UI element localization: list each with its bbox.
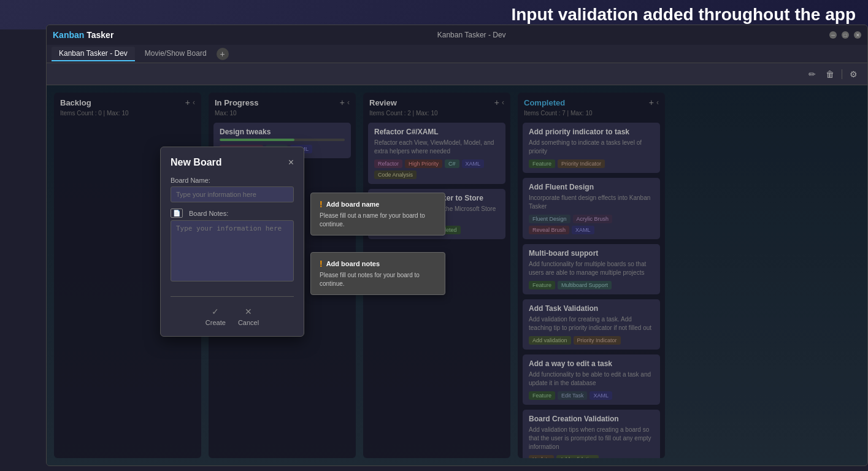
tooltip-board-notes: ! Add board notes Please fill out notes …	[310, 252, 445, 295]
tab-movie-show-board[interactable]: Movie/Show Board	[137, 47, 214, 61]
edit-button[interactable]: ✏	[806, 67, 818, 82]
tab-kanban-tasker-dev[interactable]: Kanban Tasker - Dev	[52, 47, 135, 61]
modal-title: New Board	[171, 157, 222, 168]
cancel-icon: ✕	[245, 307, 252, 316]
delete-button[interactable]: 🗑	[823, 67, 837, 82]
title-bar-left: Kanban Tasker	[53, 30, 113, 40]
tooltip-notes-icon: !	[320, 259, 323, 269]
new-board-modal: New Board × Board Name: 📄 Board Notes: ✓…	[160, 147, 304, 337]
notes-icon: 📄	[171, 209, 183, 218]
modal-footer: ✓ Create ✕ Cancel	[171, 303, 294, 326]
modal-close-button[interactable]: ×	[288, 157, 294, 168]
tooltip-name-text: Please fill out a name for your board to…	[320, 212, 436, 229]
tooltip-name-title: ! Add board name	[320, 199, 436, 209]
modal-header: New Board ×	[171, 157, 294, 168]
toolbar-divider	[842, 69, 842, 79]
tab-bar: Kanban Tasker - Dev Movie/Show Board +	[47, 45, 867, 63]
create-button[interactable]: ✓ Create	[205, 307, 226, 326]
window-title: Kanban Tasker - Dev	[437, 31, 506, 39]
tooltip-notes-title: ! Add board notes	[320, 259, 436, 269]
close-button[interactable]: ✕	[854, 31, 861, 39]
app-logo: Kanban Tasker	[53, 30, 113, 40]
app-window: Kanban Tasker Kanban Tasker - Dev ─ □ ✕ …	[46, 25, 868, 466]
toolbar: ✏ 🗑 ⚙	[47, 63, 867, 85]
title-bar: Kanban Tasker Kanban Tasker - Dev ─ □ ✕	[47, 25, 867, 45]
board-notes-textarea[interactable]	[171, 220, 294, 281]
minimize-button[interactable]: ─	[829, 31, 837, 39]
board-area: Backlog + ‹ Items Count : 0 | Max: 10 In…	[47, 85, 867, 465]
settings-button[interactable]: ⚙	[847, 67, 860, 82]
tooltip-notes-text: Please fill out notes for your board to …	[320, 271, 436, 288]
add-tab-button[interactable]: +	[217, 48, 229, 60]
board-notes-label: 📄 Board Notes:	[171, 209, 294, 218]
maximize-button[interactable]: □	[842, 31, 849, 39]
modal-divider	[171, 296, 294, 297]
window-controls: ─ □ ✕	[829, 31, 861, 39]
tooltip-board-name: ! Add board name Please fill out a name …	[310, 193, 445, 236]
tooltip-name-icon: !	[320, 199, 323, 209]
create-icon: ✓	[212, 307, 219, 316]
cancel-button[interactable]: ✕ Cancel	[238, 307, 259, 326]
board-name-input[interactable]	[171, 186, 294, 202]
board-name-label: Board Name:	[171, 177, 294, 184]
